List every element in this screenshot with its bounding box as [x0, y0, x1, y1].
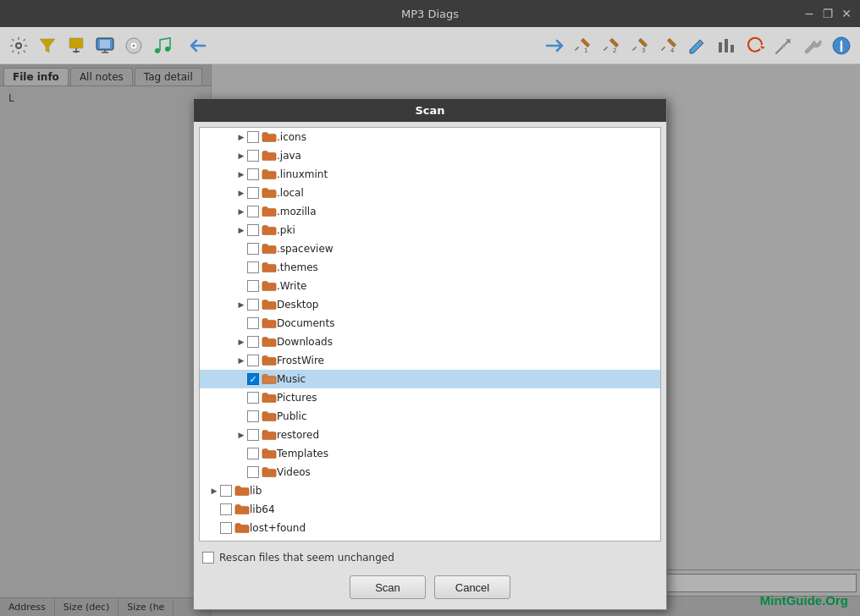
tree-checkbox[interactable]	[247, 280, 259, 292]
settings-icon[interactable]	[5, 32, 32, 59]
tree-checkbox[interactable]	[247, 410, 259, 422]
tree-checkbox[interactable]	[247, 429, 259, 441]
tree-expand-arrow[interactable]: ▶	[235, 224, 247, 236]
tree-checkbox[interactable]	[247, 299, 259, 311]
tree-expand-arrow[interactable]: ▶	[208, 541, 220, 542]
forward-button[interactable]	[540, 32, 567, 59]
tree-item[interactable]: ▶ restored	[200, 426, 660, 444]
tree-checkbox[interactable]	[220, 503, 232, 515]
dialog-buttons: Scan Cancel	[194, 569, 666, 609]
tree-checkbox[interactable]	[247, 355, 259, 366]
rescan-label: Rescan files that seem unchanged	[219, 552, 394, 564]
tree-item[interactable]: ▶ .icons	[200, 128, 660, 146]
tree-item[interactable]: .spaceview	[200, 239, 660, 258]
music-icon[interactable]	[149, 32, 176, 59]
tree-expand-arrow[interactable]: ▶	[235, 131, 247, 143]
tree-item[interactable]: ▶ media	[200, 537, 660, 542]
tree-item[interactable]: .Write	[200, 277, 660, 295]
tree-item[interactable]: .themes	[200, 258, 660, 277]
tree-checkbox[interactable]	[247, 466, 259, 478]
title-bar: MP3 Diags − ❐ ✕	[0, 0, 860, 27]
tree-checkbox[interactable]	[247, 243, 259, 255]
refresh-icon[interactable]	[741, 32, 769, 59]
tree-checkbox[interactable]	[247, 131, 259, 143]
tree-checkbox[interactable]	[247, 448, 259, 459]
tree-checkbox[interactable]	[247, 261, 259, 273]
tree-arrow-placeholder	[235, 410, 247, 422]
wrench-icon[interactable]	[799, 32, 826, 59]
tree-expand-arrow[interactable]: ▶	[235, 187, 247, 199]
tree-item[interactable]: ▶ Downloads	[200, 333, 660, 351]
tree-item[interactable]: ▶ .linuxmint	[200, 165, 660, 184]
svg-rect-1	[69, 38, 83, 48]
cancel-button[interactable]: Cancel	[434, 575, 510, 599]
tree-expand-arrow[interactable]: ▶	[235, 206, 247, 217]
tree-checkbox[interactable]	[247, 206, 259, 217]
tree-checkbox[interactable]	[247, 392, 259, 404]
tree-arrow-placeholder	[208, 503, 220, 515]
tree-item[interactable]: ▶ .mozilla	[200, 202, 660, 221]
tree-expand-arrow[interactable]: ▶	[235, 429, 247, 441]
tree-item[interactable]: ▶ .java	[200, 146, 660, 165]
tree-expand-arrow[interactable]: ▶	[208, 485, 220, 497]
tree-expand-arrow[interactable]: ▶	[235, 168, 247, 180]
tree-item-label: Pictures	[277, 392, 317, 404]
tree-checkbox[interactable]	[247, 168, 259, 180]
tree-item-label: .pki	[277, 224, 295, 236]
tree-checkbox[interactable]	[220, 485, 232, 497]
svg-point-7	[155, 48, 160, 53]
tree-item-label: media	[250, 541, 281, 542]
tree-expand-arrow[interactable]: ▶	[235, 299, 247, 311]
tree-checkbox[interactable]	[247, 187, 259, 199]
tree-item[interactable]: lost+found	[200, 519, 660, 537]
back-button[interactable]	[185, 32, 212, 59]
info-icon[interactable]	[828, 32, 855, 59]
minimize-button[interactable]: −	[802, 7, 816, 20]
tree-item-label: .local	[277, 187, 304, 199]
tree-item[interactable]: ▶ lib	[200, 481, 660, 500]
tree-item[interactable]: lib64	[200, 500, 660, 519]
monitor-icon[interactable]	[91, 32, 119, 59]
tree-item[interactable]: ✓ Music	[200, 370, 660, 388]
tree-item[interactable]: ▶ FrostWire	[200, 351, 660, 370]
tree-item[interactable]: Documents	[200, 314, 660, 333]
tree-arrow-placeholder	[208, 522, 220, 534]
fix2-icon[interactable]: 2	[598, 32, 625, 59]
tree-item[interactable]: Templates	[200, 444, 660, 463]
pen-icon[interactable]	[684, 32, 711, 59]
chart-icon[interactable]	[713, 32, 740, 59]
fix4-icon[interactable]: 4	[655, 32, 682, 59]
tree-item-label: .java	[277, 150, 301, 162]
tree-checkbox[interactable]	[247, 317, 259, 329]
fix3-icon[interactable]: 3	[626, 32, 653, 59]
tree-expand-arrow[interactable]: ▶	[235, 355, 247, 366]
close-button[interactable]: ✕	[840, 7, 853, 20]
download-icon[interactable]	[63, 32, 90, 59]
rescan-checkbox[interactable]	[202, 552, 214, 564]
maximize-button[interactable]: ❐	[821, 7, 835, 20]
folder-tree[interactable]: ▶ .icons▶ .java▶ .linuxmint▶ .local▶ .mo…	[199, 127, 661, 542]
tree-checkbox[interactable]	[220, 541, 232, 542]
tree-checkbox[interactable]	[247, 150, 259, 162]
tree-expand-arrow[interactable]: ▶	[235, 336, 247, 348]
scan-button[interactable]: Scan	[350, 575, 426, 599]
tree-checkbox[interactable]	[247, 224, 259, 236]
cd-icon[interactable]	[120, 32, 147, 59]
tree-item-label: Templates	[277, 448, 328, 459]
tree-arrow-placeholder	[235, 373, 247, 385]
tree-item[interactable]: ▶ Desktop	[200, 295, 660, 314]
tree-arrow-placeholder	[235, 317, 247, 329]
tree-item[interactable]: Pictures	[200, 388, 660, 407]
tree-item[interactable]: Videos	[200, 463, 660, 481]
tree-checkbox[interactable]	[220, 522, 232, 534]
tree-item[interactable]: ▶ .pki	[200, 221, 660, 239]
tree-expand-arrow[interactable]: ▶	[235, 150, 247, 162]
tree-item[interactable]: Public	[200, 407, 660, 426]
tree-checkbox[interactable]: ✓	[247, 373, 259, 385]
tree-checkbox[interactable]	[247, 336, 259, 348]
fix1-icon[interactable]: 1	[569, 32, 596, 59]
tree-item[interactable]: ▶ .local	[200, 184, 660, 202]
tree-item-label: lost+found	[250, 522, 306, 534]
filter-icon[interactable]	[34, 32, 61, 59]
wand-icon[interactable]	[770, 32, 797, 59]
